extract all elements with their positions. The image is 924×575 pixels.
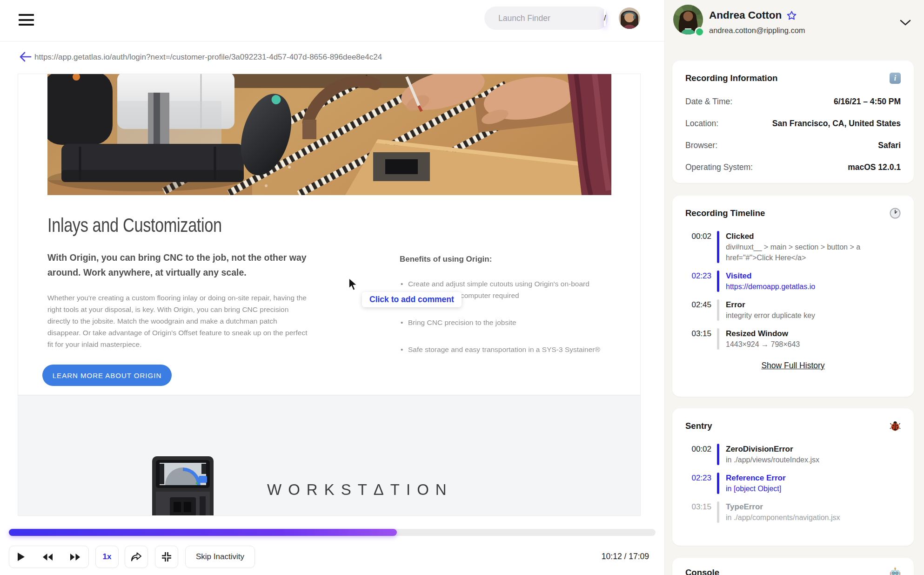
event-detail: in [object Object]	[726, 483, 901, 494]
event-title: Resized Window	[726, 328, 901, 339]
share-button[interactable]	[125, 546, 148, 568]
top-bar: /	[0, 0, 664, 41]
playback-speed-button[interactable]: 1x	[95, 546, 119, 568]
recorded-cursor-icon	[348, 277, 360, 291]
back-arrow-icon[interactable]	[20, 51, 32, 62]
skip-inactivity-button[interactable]: Skip Inactivity	[185, 546, 255, 568]
timeline-event[interactable]: 00:02 Clickeddiv#nuxt__ > main > section…	[685, 231, 901, 263]
event-time: 02:23	[685, 473, 711, 494]
details-sidebar: Andrea Cotton andrea.cotton@rippling.com…	[664, 0, 924, 575]
sentry-card: Sentry 00:02 ZeroDivisionErrorin ./app/v	[672, 408, 914, 546]
event-time: 03:15	[685, 501, 711, 523]
benefits-title: Benefits of using Origin:	[400, 255, 492, 264]
event-time: 02:45	[685, 299, 711, 321]
collapse-view-button[interactable]	[155, 546, 178, 568]
launch-finder-search[interactable]: /	[484, 7, 608, 30]
event-title: Error	[726, 299, 901, 310]
recorded-page-url[interactable]: https://app.getatlas.io/auth/login?next=…	[34, 53, 382, 62]
progress-fill	[9, 529, 397, 536]
fast-forward-icon[interactable]	[70, 554, 80, 561]
workstation-logo: WORKSTΔTION	[267, 481, 453, 499]
replay-url-bar: https://app.getatlas.io/auth/login?next=…	[0, 47, 664, 68]
page-heading: Inlays and Customization	[47, 214, 222, 237]
transport-controls	[9, 546, 89, 568]
card-title: Sentry	[685, 421, 712, 431]
clock-icon	[890, 208, 901, 219]
event-time: 00:02	[685, 444, 711, 465]
event-marker	[717, 501, 719, 523]
sentry-event[interactable]: 00:02 ZeroDivisionErrorin ./app/views/ro…	[685, 444, 901, 465]
event-title: ZeroDivisionError	[726, 444, 901, 454]
workstation-section: WORKSTΔTION	[18, 395, 641, 516]
timeline-event[interactable]: 02:23 Visitedhttps://demoapp.getatlas.io	[685, 271, 901, 292]
show-full-history-link[interactable]: Show Full History	[761, 361, 824, 370]
rewind-icon[interactable]	[43, 554, 53, 561]
page-paragraph: Whether you're creating a custom floorin…	[47, 292, 310, 350]
user-email: andrea.cotton@rippling.com	[709, 26, 805, 35]
info-row: Operating System:macOS 12.0.1	[685, 162, 901, 172]
menu-icon[interactable]	[19, 14, 34, 27]
playback-time-display: 10:12 / 17:09	[572, 552, 649, 561]
event-time: 00:02	[685, 231, 711, 263]
event-marker	[717, 299, 719, 321]
info-row: Date & Time:6/16/21 – 4:50 PM	[685, 97, 901, 107]
event-time: 02:23	[685, 271, 711, 292]
info-icon: i	[890, 73, 901, 84]
info-row: Location:San Francisco, CA, United State…	[685, 119, 901, 129]
add-comment-tooltip[interactable]: Click to add comment	[362, 292, 462, 307]
page-subheading: With Origin, you can bring CNC to the jo…	[47, 250, 338, 280]
timeline-event[interactable]: 02:45 Errorintegrity error duplicate key	[685, 299, 901, 321]
current-user-avatar[interactable]	[619, 7, 640, 29]
event-title: TypeError	[726, 501, 901, 512]
recording-timeline-card: Recording Timeline 00:02 Clickeddiv#nuxt…	[672, 196, 914, 397]
event-marker	[717, 231, 719, 263]
replay-viewport: Inlays and Customization With Origin, yo…	[18, 74, 641, 516]
recording-information-card: Recording Information i Date & Time:6/16…	[672, 61, 914, 183]
player-pane: / https://app.getatlas.io/auth/login?nex…	[0, 0, 664, 575]
sentry-event[interactable]: 03:15 TypeErrorin ./app/components/navig…	[685, 501, 901, 523]
user-name: Andrea Cotton	[709, 9, 797, 21]
card-title: Console	[685, 568, 719, 575]
playback-progress-bar[interactable]	[9, 529, 656, 536]
event-detail: in ./app/components/navigation.jsx	[726, 512, 901, 523]
session-replay-app: / https://app.getatlas.io/auth/login?nex…	[0, 0, 924, 575]
event-marker	[717, 444, 719, 465]
slash-shortcut-key: /	[604, 10, 606, 27]
robot-icon	[890, 567, 901, 575]
collapse-icon	[161, 551, 172, 562]
event-marker	[717, 271, 719, 292]
ladybug-icon	[890, 420, 901, 432]
user-header: Andrea Cotton andrea.cotton@rippling.com	[665, 0, 924, 51]
learn-more-button[interactable]: LEARN MORE ABOUT ORIGIN	[42, 365, 172, 386]
star-icon[interactable]	[786, 10, 797, 21]
event-detail: 1443×924 → 798×643	[726, 339, 901, 350]
benefit-item: Bring CNC precision to the jobsite	[400, 317, 609, 328]
event-marker	[717, 328, 719, 350]
workstation-product-image	[147, 456, 218, 516]
share-icon	[131, 552, 142, 562]
card-title: Recording Timeline	[685, 208, 765, 218]
event-title: Reference Error	[726, 473, 901, 483]
event-detail: in ./app/views/routeIndex.jsx	[726, 454, 901, 465]
play-icon[interactable]	[18, 553, 25, 561]
online-status-dot	[695, 27, 704, 37]
player-controls: 1x Skip Inactivity 10:12 / 17:09	[0, 546, 664, 568]
console-card: Console	[672, 558, 914, 575]
chevron-down-icon[interactable]	[900, 20, 911, 26]
event-detail: https://demoapp.getatlas.io	[726, 281, 901, 292]
info-row: Browser:Safari	[685, 141, 901, 150]
event-title: Visited	[726, 271, 901, 281]
event-title: Clicked	[726, 231, 901, 242]
event-detail: integrity error duplicate key	[726, 310, 901, 321]
event-detail: div#nuxt__ > main > section > button > a…	[726, 242, 901, 263]
woodworking-hero-image	[47, 74, 611, 195]
event-time: 03:15	[685, 328, 711, 350]
search-input[interactable]	[497, 13, 604, 24]
card-title: Recording Information	[685, 73, 777, 83]
timeline-event[interactable]: 03:15 Resized Window1443×924 → 798×643	[685, 328, 901, 350]
event-marker	[717, 473, 719, 494]
benefit-item: Safe storage and easy transportation in …	[400, 344, 609, 355]
sentry-event[interactable]: 02:23 Reference Errorin [object Object]	[685, 473, 901, 494]
